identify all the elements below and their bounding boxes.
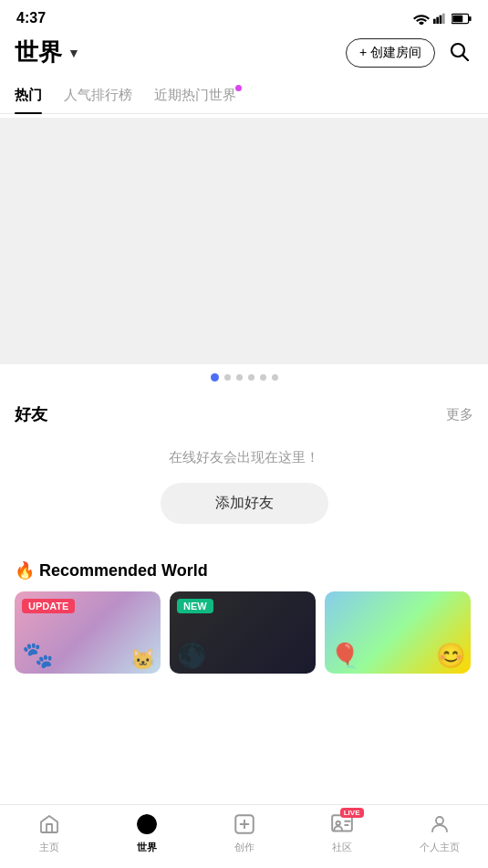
header: 世界 ▼ + 创建房间	[0, 33, 488, 79]
world-icon	[134, 811, 160, 837]
card-badge-new-2: NEW	[177, 599, 213, 613]
friends-more-button[interactable]: 更多	[446, 406, 473, 424]
nav-label-create: 创作	[234, 841, 254, 854]
profile-icon	[427, 811, 452, 837]
create-room-label: + 创建房间	[359, 45, 421, 61]
svg-rect-0	[433, 19, 436, 24]
status-icons	[413, 12, 472, 25]
nav-item-home[interactable]: 主页	[0, 811, 98, 854]
recommended-title: 🔥 Recommended World	[15, 560, 473, 580]
svg-line-8	[463, 56, 469, 61]
create-room-button[interactable]: + 创建房间	[346, 38, 435, 68]
dot-6	[272, 374, 278, 381]
tab-recent-dot	[235, 85, 242, 91]
live-badge: LIVE	[340, 808, 364, 818]
chevron-down-icon: ▼	[67, 46, 80, 60]
svg-rect-1	[436, 17, 439, 24]
status-bar: 4:37	[0, 0, 488, 33]
community-icon: LIVE	[329, 811, 355, 837]
world-title-text: 世界	[15, 37, 62, 68]
svg-rect-3	[442, 14, 445, 24]
tab-recent[interactable]: 近期热门世界	[154, 79, 236, 113]
friends-empty-text: 在线好友会出现在这里！	[15, 449, 473, 466]
svg-point-16	[336, 821, 339, 825]
signal-icon	[433, 12, 448, 25]
search-icon	[448, 40, 470, 62]
recommended-title-text: Recommended World	[39, 561, 208, 580]
dot-3	[236, 374, 243, 381]
nav-item-community[interactable]: LIVE 社区	[293, 811, 390, 854]
banner-image	[0, 118, 488, 364]
svg-rect-5	[469, 16, 472, 20]
tab-popular[interactable]: 人气排行榜	[64, 79, 132, 113]
wifi-icon	[413, 12, 430, 25]
world-card-3[interactable]: 😊 🎈	[325, 591, 471, 674]
bottom-nav: 主页 世界 创作	[0, 804, 488, 868]
tab-hot[interactable]: 热门	[15, 79, 42, 113]
friends-section-title: 好友	[15, 403, 47, 425]
nav-item-world[interactable]: 世界	[98, 811, 195, 854]
friends-section-header: 好友 更多	[15, 403, 473, 425]
world-cards-list: UPDATE 🐾 🐱 NEW 🌑 😊 🎈	[15, 591, 473, 681]
battery-icon	[452, 13, 472, 25]
header-title[interactable]: 世界 ▼	[15, 37, 80, 68]
create-icon	[232, 811, 257, 837]
recommended-section: 🔥 Recommended World UPDATE 🐾 🐱 NEW 🌑 😊 🎈	[0, 542, 488, 681]
svg-point-19	[436, 817, 443, 824]
card-badge-update-1: UPDATE	[22, 599, 75, 613]
banner-carousel[interactable]	[0, 118, 488, 364]
tab-popular-label: 人气排行榜	[64, 87, 132, 102]
friends-section: 好友 更多 在线好友会出现在这里！ 添加好友	[0, 389, 488, 542]
svg-rect-6	[452, 15, 462, 22]
add-friend-button[interactable]: 添加好友	[161, 483, 328, 524]
dot-5	[260, 374, 266, 381]
header-actions: + 创建房间	[346, 37, 473, 68]
search-button[interactable]	[444, 37, 473, 68]
nav-label-community: 社区	[332, 841, 352, 854]
dot-2	[224, 374, 231, 381]
nav-item-profile[interactable]: 个人主页	[390, 811, 488, 854]
carousel-dots	[0, 364, 488, 389]
friends-empty-state: 在线好友会出现在这里！ 添加好友	[15, 440, 473, 542]
dot-1	[211, 373, 219, 382]
tab-recent-label: 近期热门世界	[154, 87, 236, 102]
dot-4	[248, 374, 254, 381]
tabs-bar: 热门 人气排行榜 近期热门世界	[0, 79, 488, 114]
world-card-1[interactable]: UPDATE 🐾 🐱	[15, 591, 161, 674]
tab-hot-label: 热门	[15, 87, 42, 102]
world-card-2[interactable]: NEW 🌑	[170, 591, 316, 674]
nav-label-world: 世界	[137, 841, 157, 854]
fire-emoji: 🔥	[15, 561, 35, 580]
nav-item-create[interactable]: 创作	[195, 811, 293, 854]
home-icon	[36, 811, 62, 837]
status-time: 4:37	[16, 10, 46, 26]
nav-label-home: 主页	[39, 841, 59, 854]
nav-label-profile: 个人主页	[420, 841, 460, 854]
svg-rect-2	[440, 16, 442, 24]
